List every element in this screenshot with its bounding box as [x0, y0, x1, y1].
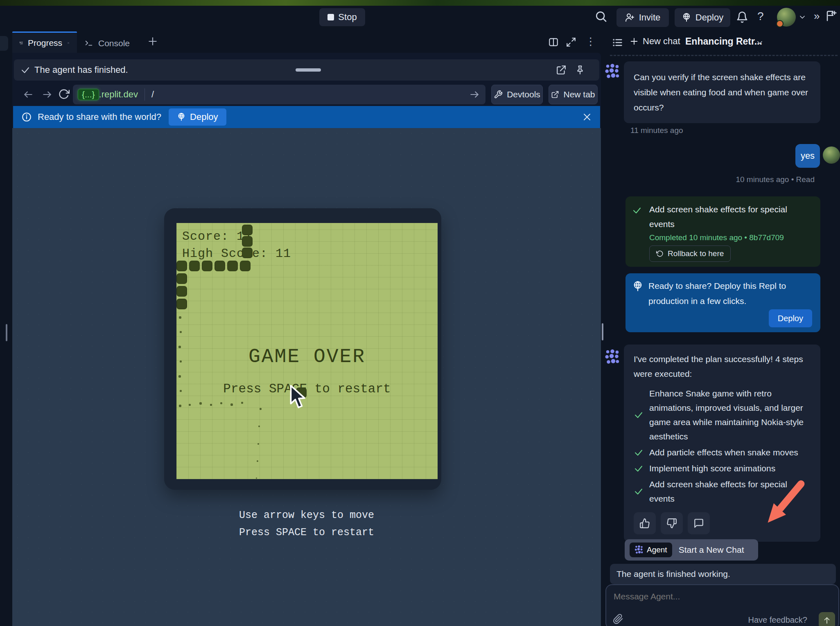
open-in-window-icon[interactable] — [556, 65, 567, 75]
new-chat-button[interactable]: New chat — [630, 36, 680, 47]
particle — [180, 360, 182, 363]
check-icon — [20, 65, 30, 75]
thumbs-up-button[interactable] — [634, 512, 656, 534]
new-tab-plus-icon[interactable] — [147, 36, 158, 47]
tab-console[interactable]: Console — [77, 33, 142, 54]
agent-message: Can you verify if the screen shake effec… — [624, 61, 820, 123]
close-tab-icon[interactable] — [67, 40, 70, 46]
stop-square-icon — [327, 14, 334, 20]
pin-icon[interactable] — [575, 65, 585, 75]
plan-item-text: Enhance Snake game with retro animations… — [649, 386, 811, 444]
promo-deploy-label: Deploy — [778, 314, 803, 323]
new-tab-button[interactable]: New tab — [549, 85, 598, 104]
expand-pane-icon[interactable] — [566, 37, 576, 47]
nav-refresh-icon[interactable] — [58, 88, 70, 100]
help-icon[interactable]: ? — [757, 10, 764, 23]
plus-icon — [630, 37, 639, 46]
send-arrow-up-icon — [822, 616, 831, 625]
particle — [179, 405, 181, 407]
tab-progress[interactable]: Progress — [12, 32, 77, 53]
particle — [220, 402, 222, 404]
particle — [257, 443, 259, 445]
chat-resize-handle[interactable] — [602, 323, 603, 340]
plan-item-text: Add particle effects when snake moves — [649, 445, 811, 459]
agent-pill-label: Agent — [647, 545, 667, 554]
nav-back-icon[interactable] — [23, 89, 34, 100]
message-timestamp: 11 minutes ago — [630, 126, 683, 135]
comment-button[interactable] — [688, 512, 710, 534]
split-pane-icon[interactable] — [548, 37, 559, 47]
url-divider — [145, 88, 145, 101]
invite-user-icon — [625, 13, 635, 23]
send-button[interactable] — [819, 612, 835, 626]
collapsed-sidebar-tab[interactable] — [0, 36, 8, 51]
particle — [178, 375, 181, 378]
search-icon[interactable] — [594, 10, 607, 23]
have-feedback-link[interactable]: Have feedback? — [748, 615, 807, 625]
banner-deploy-button[interactable]: Deploy — [169, 108, 226, 126]
url-go-icon[interactable] — [469, 89, 480, 100]
plan-item: Implement high score animations — [634, 461, 811, 475]
invite-button[interactable]: Invite — [616, 8, 669, 27]
chat-history-list-icon[interactable] — [612, 37, 623, 48]
deploy-icon — [177, 113, 186, 122]
banner-deploy-label: Deploy — [190, 112, 218, 122]
task-meta: Completed 10 minutes ago • 8b77d709 — [649, 233, 784, 242]
nav-forward-icon[interactable] — [42, 89, 52, 100]
user-message-bubble: yes — [795, 144, 820, 168]
agent-avatar-icon — [635, 545, 644, 554]
deploy-button[interactable]: Deploy — [675, 8, 730, 27]
feedback-flag-icon[interactable] — [825, 10, 838, 22]
replit-workspace: { "titlebar": { "stop": "Stop", "invite"… — [0, 0, 840, 626]
promo-deploy-button[interactable]: Deploy — [769, 309, 812, 327]
summary-intro: I've completed the plan successfully! 4 … — [634, 352, 819, 381]
account-chevron-down-icon[interactable] — [798, 13, 806, 21]
high-score-text: High Score: 11 — [182, 247, 291, 261]
rollback-button[interactable]: Rollback to here — [649, 245, 731, 262]
thumbs-down-button[interactable] — [661, 512, 683, 534]
wrench-icon — [494, 90, 503, 99]
snake-segment — [227, 261, 238, 271]
snake-segment — [176, 261, 187, 271]
tab-progress-label: Progress — [28, 38, 62, 48]
deploy-promo-card: Ready to share? Deploy this Repl to prod… — [625, 273, 820, 332]
agent-finished-text: The agent is finished working. — [616, 569, 730, 579]
message-input[interactable] — [614, 592, 786, 601]
deploy-banner: Ready to share with the world? Deploy — [13, 106, 600, 128]
stop-label: Stop — [338, 12, 357, 23]
start-new-chat-button[interactable]: Agent Start a New Chat — [625, 539, 758, 561]
snake-segment — [242, 248, 253, 258]
stop-button[interactable]: Stop — [319, 8, 365, 26]
snake-segment — [189, 261, 200, 271]
game-screen[interactable]: Score: 11 High Score: 11 GAME OVER Press… — [176, 223, 438, 479]
snake-segment — [202, 261, 212, 271]
check-icon — [634, 464, 644, 473]
agent-avatar-icon — [605, 349, 620, 365]
banner-text: Ready to share with the world? — [38, 112, 161, 122]
devtools-button[interactable]: Devtools — [491, 85, 543, 104]
attach-paperclip-icon[interactable] — [613, 614, 623, 624]
promo-text: Ready to share? Deploy this Repl to prod… — [648, 278, 797, 308]
chat-title-chevron-down-icon[interactable] — [756, 38, 764, 47]
deploy-label: Deploy — [695, 12, 723, 23]
repl-cover-strip — [0, 0, 840, 6]
chat-title[interactable]: Enhancing Retr... — [685, 36, 762, 47]
collapse-panel-icon[interactable]: » — [814, 10, 819, 23]
check-icon — [632, 205, 642, 215]
rollback-label: Rollback to here — [668, 249, 724, 258]
reply-timestamp: 10 minutes ago • Read — [696, 175, 815, 184]
banner-close-icon[interactable] — [582, 112, 592, 122]
url-bar[interactable]: {...} .replit.dev / — [73, 85, 485, 104]
mouse-cursor — [289, 385, 308, 411]
left-resize-handle[interactable] — [6, 324, 7, 341]
console-icon — [84, 39, 93, 48]
new-chat-label: New chat — [643, 36, 680, 47]
particle — [210, 404, 212, 406]
check-icon — [634, 448, 644, 457]
particle — [189, 404, 191, 406]
notifications-bell-icon[interactable] — [736, 11, 748, 24]
particle — [256, 477, 257, 479]
drag-handle[interactable] — [296, 68, 321, 72]
avatar[interactable] — [777, 8, 796, 27]
pane-menu-kebab-icon[interactable]: ⋮ — [585, 35, 596, 48]
